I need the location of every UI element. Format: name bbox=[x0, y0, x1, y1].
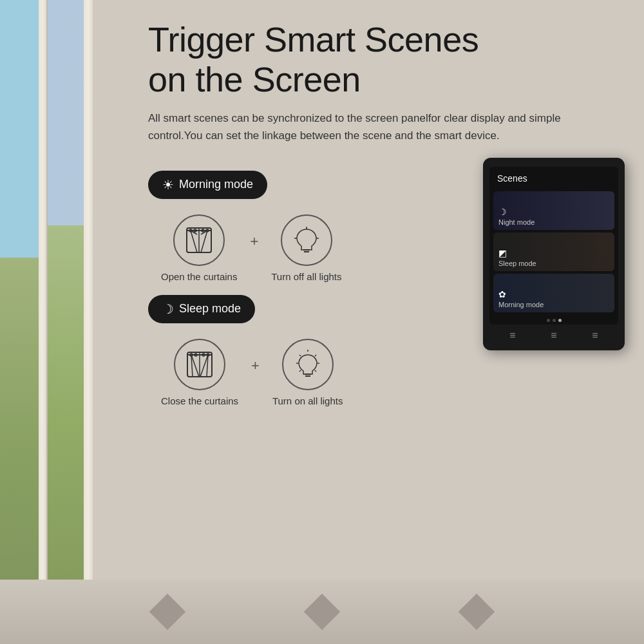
plus-sign-1: + bbox=[250, 233, 258, 250]
screen-header: Scenes bbox=[489, 167, 618, 189]
close-curtains-action: Close the curtains bbox=[161, 339, 238, 406]
turn-on-lights-label: Turn on all lights bbox=[272, 395, 343, 406]
night-mode-card[interactable]: ☽ Night mode bbox=[493, 191, 614, 230]
turn-on-lights-action: Turn on all lights bbox=[272, 339, 343, 406]
scene-dots bbox=[489, 315, 618, 325]
turn-on-lights-icon bbox=[282, 339, 334, 390]
bottom-btn-1[interactable]: ≡ bbox=[509, 330, 515, 341]
page-title: Trigger Smart Scenes on the Screen bbox=[148, 19, 625, 99]
turn-off-lights-label: Turn off all lights bbox=[271, 271, 341, 282]
close-curtains-label: Close the curtains bbox=[161, 395, 238, 406]
sleep-mode-label: Sleep mode bbox=[179, 302, 241, 316]
open-curtains-label: Open the curtains bbox=[161, 271, 237, 282]
device-screen: Scenes ☽ Night mode ◩ Sleep mode bbox=[489, 167, 618, 325]
device-panel: Scenes ☽ Night mode ◩ Sleep mode bbox=[483, 158, 625, 350]
dot-2 bbox=[553, 319, 556, 322]
night-mode-card-label: Night mode bbox=[498, 218, 535, 226]
morning-mode-label: Morning mode bbox=[179, 178, 253, 191]
screen-title: Scenes bbox=[497, 173, 611, 184]
sleep-mode-card[interactable]: ◩ Sleep mode bbox=[493, 232, 614, 271]
svg-line-35 bbox=[299, 370, 301, 372]
sleep-mode-card-icon: ◩ bbox=[498, 248, 536, 258]
morning-mode-icon: ☀ bbox=[162, 177, 174, 193]
page-subtitle: All smart scenes can be synchronized to … bbox=[148, 109, 567, 144]
morning-action-row: Open the curtains + bbox=[148, 214, 464, 282]
floor-diamond-1 bbox=[149, 594, 186, 630]
svg-line-33 bbox=[299, 355, 301, 356]
light-on-svg bbox=[292, 348, 324, 381]
open-curtains-icon bbox=[173, 214, 225, 266]
title-line-2: on the Screen bbox=[148, 60, 361, 99]
morning-mode-pill[interactable]: ☀ Morning mode bbox=[148, 171, 267, 199]
dot-1 bbox=[547, 319, 550, 322]
svg-line-32 bbox=[315, 355, 316, 356]
curtains-open-svg bbox=[183, 224, 215, 256]
curtains-close-svg bbox=[184, 348, 216, 381]
sleep-mode-pill[interactable]: ☽ Sleep mode bbox=[148, 295, 255, 323]
morning-mode-content: ✿ Morning mode bbox=[498, 289, 544, 308]
turn-off-lights-icon bbox=[281, 214, 332, 266]
dot-3-active bbox=[558, 319, 562, 322]
morning-mode-card-icon: ✿ bbox=[498, 289, 544, 299]
title-line-1: Trigger Smart Scenes bbox=[148, 20, 478, 59]
floor-diamonds bbox=[0, 592, 644, 631]
floor-diamond-3 bbox=[459, 594, 495, 630]
main-layout: ☀ Morning mode bbox=[148, 164, 625, 419]
diagram-area: ☀ Morning mode bbox=[148, 164, 464, 419]
sleep-mode-card-label: Sleep mode bbox=[498, 260, 536, 267]
sleep-mode-icon: ☽ bbox=[162, 301, 174, 317]
sleep-action-row: Close the curtains + bbox=[148, 339, 464, 406]
bottom-btn-2[interactable]: ≡ bbox=[551, 330, 556, 341]
sleep-mode-content: ◩ Sleep mode bbox=[498, 248, 536, 267]
open-curtains-action: Open the curtains bbox=[161, 214, 237, 282]
main-content: Trigger Smart Scenes on the Screen All s… bbox=[0, 0, 644, 644]
light-off-svg bbox=[290, 224, 323, 256]
plus-sign-2: + bbox=[251, 357, 260, 374]
device-frame: Scenes ☽ Night mode ◩ Sleep mode bbox=[483, 158, 625, 350]
device-bottom-nav: ≡ ≡ ≡ bbox=[489, 325, 618, 344]
bottom-btn-3[interactable]: ≡ bbox=[592, 330, 598, 341]
turn-off-lights-action: Turn off all lights bbox=[271, 214, 341, 282]
sleep-mode-section: ☽ Sleep mode bbox=[148, 295, 464, 406]
morning-mode-section: ☀ Morning mode bbox=[148, 171, 464, 282]
svg-line-34 bbox=[315, 370, 316, 372]
night-mode-card-icon: ☽ bbox=[498, 207, 535, 217]
floor-diamond-2 bbox=[304, 594, 341, 630]
morning-mode-card-label: Morning mode bbox=[498, 301, 544, 308]
morning-mode-card[interactable]: ✿ Morning mode bbox=[493, 274, 614, 312]
close-curtains-icon bbox=[174, 339, 225, 390]
night-mode-content: ☽ Night mode bbox=[498, 207, 535, 226]
